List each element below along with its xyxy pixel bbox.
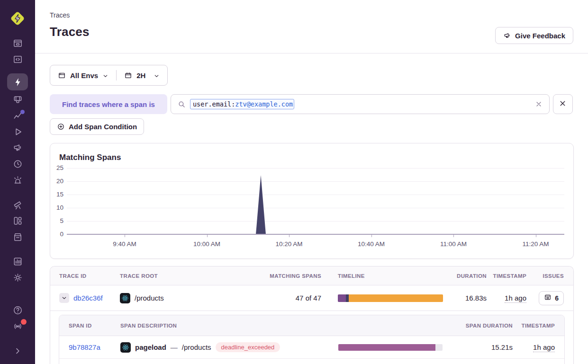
sidebar-item-dashboards[interactable] xyxy=(0,213,35,230)
y-tick-label: 15 xyxy=(50,191,63,198)
x-axis xyxy=(67,234,564,235)
collapse-trace-button[interactable] xyxy=(59,293,69,303)
sidebar-item-feedback[interactable] xyxy=(0,141,35,157)
where-label: Find traces where a span is xyxy=(50,94,167,114)
column-header: TRACE ROOT xyxy=(120,273,260,279)
column-header: TIMESTAMP xyxy=(487,273,526,279)
trace-duration: 16.83s xyxy=(446,294,487,302)
add-span-condition-label: Add Span Condition xyxy=(69,123,137,131)
span-search-input[interactable]: user.email:ztv@example.com xyxy=(171,94,550,114)
calendar-icon xyxy=(124,71,132,80)
separator: — xyxy=(171,343,178,351)
telescope-icon xyxy=(12,199,23,212)
chevron-down-icon xyxy=(154,72,160,79)
x-tick-label: 10:40 AM xyxy=(350,240,393,248)
y-tick-label: 25 xyxy=(50,164,63,171)
timeline-segment xyxy=(338,344,435,351)
sidebar-item-replays[interactable] xyxy=(0,124,35,141)
sidebar-item-traces[interactable] xyxy=(0,74,35,90)
span-id-link[interactable]: 9b78827a xyxy=(69,343,120,351)
sidebar-item-releases[interactable] xyxy=(0,230,35,246)
spans-table-header: SPAN ID SPAN DESCRIPTION SPAN DURATION T… xyxy=(59,315,564,336)
add-span-condition-button[interactable]: Add Span Condition xyxy=(50,118,144,135)
column-header: SPAN DURATION xyxy=(452,323,513,328)
layout-icon xyxy=(12,215,23,228)
traces-table-header: TRACE ID TRACE ROOT MATCHING SPANS TIMEL… xyxy=(50,266,573,285)
y-tick-label: 5 xyxy=(50,217,63,224)
timeline-segment xyxy=(338,294,346,302)
lightning-icon xyxy=(7,73,28,90)
sidebar-item-help[interactable] xyxy=(0,303,35,319)
notification-dot xyxy=(21,319,27,325)
spans-table: SPAN ID SPAN DESCRIPTION SPAN DURATION T… xyxy=(59,315,565,364)
span-condition-row: Find traces where a span is user.email:z… xyxy=(50,94,574,114)
span-description: /products xyxy=(182,343,211,351)
sidebar xyxy=(0,0,35,364)
content: All Envs 2H Find traces where a span is … xyxy=(35,53,588,364)
sidebar-item-queries[interactable] xyxy=(0,92,35,108)
search-icon xyxy=(178,100,186,108)
window-icon xyxy=(58,71,66,80)
chevron-right-icon xyxy=(12,346,23,358)
sidebar-item-whats-new[interactable] xyxy=(0,319,35,335)
sidebar-item-insights[interactable] xyxy=(0,108,35,124)
search-token-key: user.email: xyxy=(193,100,235,108)
sidebar-item-alerts[interactable] xyxy=(0,173,35,189)
close-icon xyxy=(559,99,567,109)
give-feedback-button[interactable]: Give Feedback xyxy=(495,27,573,44)
timeline-segment xyxy=(349,294,443,302)
trace-id-link[interactable]: db26c36f xyxy=(73,294,103,302)
trace-row: db26c36f /products 47 of 47 16.83 xyxy=(50,285,573,311)
page-filter-bar: All Envs 2H xyxy=(50,65,168,86)
sidebar-collapse-toggle[interactable] xyxy=(0,344,35,360)
sentry-logo[interactable] xyxy=(9,9,27,27)
remove-condition-button[interactable] xyxy=(553,94,573,114)
inbox-icon xyxy=(12,38,23,50)
breadcrumb[interactable]: Traces xyxy=(50,11,574,19)
page-header: Traces Traces Give Feedback xyxy=(35,0,588,53)
traces-table: TRACE ID TRACE ROOT MATCHING SPANS TIMEL… xyxy=(50,266,574,364)
timerange-filter[interactable]: 2H xyxy=(117,65,167,85)
chart-plot-area: 9:40 AM 10:00 AM 10:20 AM 10:40 AM 11:00… xyxy=(67,168,564,234)
search-token[interactable]: user.email:ztv@example.com xyxy=(190,99,294,109)
trace-timeline-bar xyxy=(338,294,443,302)
react-icon xyxy=(120,293,130,303)
column-header: ISSUES xyxy=(526,273,564,279)
bar-chart-icon xyxy=(12,256,23,268)
span-timestamp: 1h ago xyxy=(533,343,555,352)
span-status-badge: deadline_exceeded xyxy=(216,342,280,352)
clear-search-icon[interactable] xyxy=(535,100,543,108)
column-header: TIMELINE xyxy=(321,273,446,279)
sidebar-item-settings[interactable] xyxy=(0,270,35,286)
x-tick-label: 11:20 AM xyxy=(515,240,557,248)
span-op: pageload xyxy=(135,343,166,351)
sidebar-item-issues[interactable] xyxy=(0,36,35,52)
trace-issues-button[interactable]: 6 xyxy=(539,291,564,305)
chevron-down-icon xyxy=(102,72,109,79)
trace-timestamp: 1h ago xyxy=(505,294,526,303)
column-header: SPAN DESCRIPTION xyxy=(120,323,325,328)
span-timeline-bar xyxy=(338,344,443,351)
column-header: TRACE ID xyxy=(59,273,120,279)
archive-box-icon xyxy=(12,231,23,244)
environment-filter[interactable]: All Envs xyxy=(50,65,116,85)
span-row: 9b78827a pageload — /products deadline_e… xyxy=(59,336,564,359)
expanded-trace-section: SPAN ID SPAN DESCRIPTION SPAN DURATION T… xyxy=(50,311,573,364)
y-tick-label: 10 xyxy=(50,204,63,211)
clock-history-icon xyxy=(12,159,23,171)
trace-issues-count: 6 xyxy=(555,294,559,302)
y-tick-label: 20 xyxy=(50,178,63,185)
column-header: DURATION xyxy=(446,273,487,279)
matching-spans-chart-panel: Matching Spans 25 20 15 10 5 0 xyxy=(50,143,574,259)
sidebar-item-crons[interactable] xyxy=(0,157,35,173)
sidebar-item-discover[interactable] xyxy=(0,197,35,213)
siren-icon xyxy=(12,175,23,187)
inbox-icon xyxy=(544,293,552,302)
sidebar-item-stats[interactable] xyxy=(0,254,35,270)
notification-dot xyxy=(20,110,25,114)
gear-icon xyxy=(12,272,23,284)
projector-icon xyxy=(12,94,23,107)
environment-filter-label: All Envs xyxy=(70,71,98,80)
sidebar-item-explore[interactable] xyxy=(0,52,35,68)
search-token-value: ztv@example.com xyxy=(235,100,293,108)
